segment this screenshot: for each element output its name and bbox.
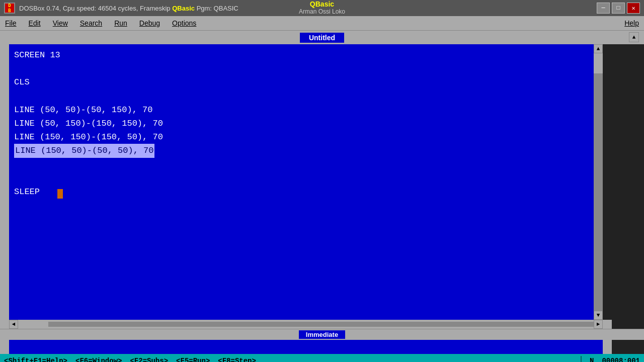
immediate-label: Immediate xyxy=(299,330,345,339)
hscroll-thumb[interactable] xyxy=(18,322,48,327)
code-line-3: CLS xyxy=(14,75,589,89)
code-line-4 xyxy=(14,89,589,103)
menu-run[interactable]: Run xyxy=(114,19,127,27)
hscroll-row: ◄ ► xyxy=(0,320,644,329)
status-f8: <F8=Step> xyxy=(218,357,256,362)
status-divider xyxy=(581,356,582,362)
scrollbar-down-button[interactable]: ▼ xyxy=(594,311,603,320)
close-button[interactable]: ✕ xyxy=(627,3,640,14)
window-controls: ─ □ ✕ xyxy=(597,3,640,14)
qbasic-name: QBasic xyxy=(172,5,195,12)
menu-search[interactable]: Search xyxy=(80,19,102,27)
credit-label: Arman Ossi Loko xyxy=(299,8,345,15)
code-line-11: SLEEP xyxy=(14,185,589,199)
code-line-7: LINE (150, 150)-(150, 50), 70 xyxy=(14,130,589,144)
right-gutter-imm xyxy=(603,340,612,354)
dosbox-icon: DB xyxy=(4,3,15,14)
hscroll-left-button[interactable]: ◄ xyxy=(9,320,18,329)
code-line-10 xyxy=(14,171,589,185)
hscroll-bar: ◄ ► xyxy=(9,320,603,329)
menu-help[interactable]: Help xyxy=(624,19,639,27)
immediate-area[interactable] xyxy=(9,340,603,354)
code-line-8: LINE (150, 50)-(50, 50), 70 xyxy=(14,144,589,157)
menu-options[interactable]: Options xyxy=(172,19,196,27)
main-wrapper: SCREEN 13 CLS LINE (50, 50)-(50, 150), 7… xyxy=(0,44,644,320)
menu-file[interactable]: File xyxy=(5,19,17,27)
doc-scroll-up-button[interactable]: ▲ xyxy=(629,32,639,42)
status-right: N 00008:001 xyxy=(581,356,640,362)
editor-container: SCREEN 13 CLS LINE (50, 50)-(50, 150), 7… xyxy=(9,44,603,320)
scrollbar-thumb[interactable] xyxy=(594,53,603,73)
dosbox-icon-label: DB xyxy=(8,3,11,13)
code-line-2 xyxy=(14,62,589,75)
status-f6: <F6=Window> xyxy=(75,357,122,362)
scrollbar-up-button[interactable]: ▲ xyxy=(594,44,603,53)
title-bar: DB DOSBox 0.74, Cpu speed: 46504 cycles,… xyxy=(0,0,644,16)
status-f5: <F5=Run> xyxy=(176,357,210,362)
highlighted-code: LINE (150, 50)-(50, 50), 70 xyxy=(14,144,154,157)
code-line-1: SCREEN 13 xyxy=(14,48,589,62)
hscroll-right-button[interactable]: ► xyxy=(594,320,603,329)
code-line-9 xyxy=(14,158,589,171)
code-line-6: LINE (50, 150)-(150, 150), 70 xyxy=(14,117,589,130)
immediate-bar: Immediate xyxy=(0,329,644,340)
right-scrollbar: ▲ ▼ xyxy=(594,44,603,320)
text-cursor xyxy=(57,189,63,199)
menu-bar: File Edit View Search Run Debug Options … xyxy=(0,16,644,30)
status-position: 00008:001 xyxy=(602,357,640,362)
menu-view[interactable]: View xyxy=(53,19,68,27)
menu-debug[interactable]: Debug xyxy=(139,19,160,27)
doc-title-bar: Untitled ▲ xyxy=(0,30,644,44)
menu-edit[interactable]: Edit xyxy=(29,19,41,27)
hscroll-track[interactable] xyxy=(18,322,594,327)
left-gutter xyxy=(0,44,9,320)
status-shift-f1: <Shift+F1=Help> xyxy=(4,357,67,362)
dosbox-info-post: Pgm: QBASIC xyxy=(195,5,238,12)
left-gutter-hscroll xyxy=(0,320,9,329)
left-gutter-imm xyxy=(0,340,9,354)
doc-title: Untitled xyxy=(299,32,345,44)
immediate-row xyxy=(0,340,644,354)
right-gutter-hscroll xyxy=(603,320,612,329)
maximize-button[interactable]: □ xyxy=(612,3,625,14)
status-f2: <F2=Subs> xyxy=(130,357,168,362)
status-flag: N xyxy=(590,357,594,362)
editor-area[interactable]: SCREEN 13 CLS LINE (50, 50)-(50, 150), 7… xyxy=(9,44,594,320)
status-bar: <Shift+F1=Help> <F6=Window> <F2=Subs> <F… xyxy=(0,354,644,362)
minimize-button[interactable]: ─ xyxy=(597,3,610,14)
qbasic-center-label: QBasic xyxy=(310,0,334,8)
code-line-5: LINE (50, 50)-(50, 150), 70 xyxy=(14,103,589,117)
dosbox-info-pre: DOSBox 0.74, Cpu speed: 46504 cycles, Fr… xyxy=(19,5,172,12)
scrollbar-track[interactable] xyxy=(594,53,603,311)
